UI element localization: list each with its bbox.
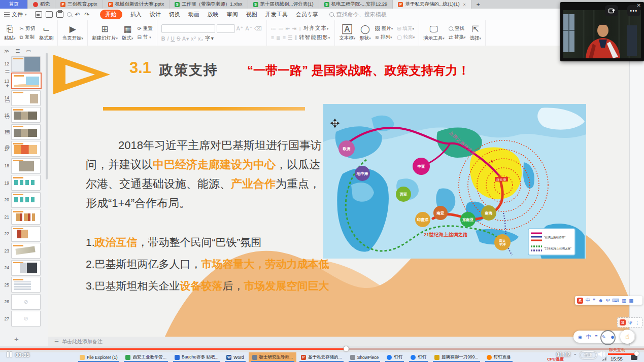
video-progress-handle[interactable]	[344, 346, 349, 351]
taskbar-item[interactable]: 钉钉直播	[483, 352, 515, 362]
video-progress-played[interactable]	[0, 348, 347, 350]
taskbar-item[interactable]: 超爽裸聊一刀999...	[431, 352, 482, 362]
decrease-font-icon[interactable]: A⁻	[245, 25, 253, 31]
playback-speed-button[interactable]: 倍速	[580, 351, 597, 359]
align-center-icon[interactable]: ≣	[276, 34, 281, 41]
system-clock[interactable]: 15:55	[611, 356, 623, 361]
slide-thumbnail[interactable]: 21	[1, 209, 48, 225]
thumbnail-preview[interactable]	[11, 243, 41, 259]
align-right-icon[interactable]: ≡	[283, 34, 286, 41]
strike-button[interactable]: S	[177, 35, 181, 42]
italic-button[interactable]: I	[167, 35, 169, 42]
thumbnail-preview[interactable]	[11, 124, 41, 140]
justify-icon[interactable]: ☰	[288, 34, 293, 41]
save-icon[interactable]	[35, 11, 42, 18]
clear-format-icon[interactable]: ⌫	[254, 25, 262, 31]
toolbox-icon[interactable]: ▦	[629, 298, 633, 303]
document-tab[interactable]: 稻壳	[28, 0, 55, 9]
animation-pane-icon[interactable]: ▭	[0, 98, 15, 104]
font-size-select[interactable]	[217, 24, 235, 33]
highlight-button[interactable]: 字▾	[205, 35, 214, 42]
tune-icon[interactable]: ⚌	[0, 67, 15, 74]
globe-icon[interactable]: ◍	[0, 143, 15, 150]
slide-thumbnail[interactable]: 26⊘	[1, 294, 48, 309]
thumbnail-preview[interactable]	[11, 277, 41, 293]
thumbnail-preview[interactable]	[11, 73, 42, 89]
thumbnail-preview[interactable]	[11, 209, 41, 225]
taskbar-item[interactable]: 钉钉	[407, 352, 430, 362]
thumbnail-preview[interactable]	[11, 192, 41, 208]
increase-font-icon[interactable]: A⁺	[236, 25, 244, 31]
mic-icon[interactable]: Ψ	[628, 320, 632, 325]
output-icon[interactable]	[46, 11, 53, 18]
new-tab-button[interactable]: +	[471, 0, 485, 9]
cut-button[interactable]: ✂剪切	[20, 25, 35, 32]
taskbar-item[interactable]: 钉钉	[383, 352, 406, 362]
select-button[interactable]: ⇱ 选择▾	[470, 25, 482, 42]
print-icon[interactable]	[56, 11, 63, 18]
font-name-select[interactable]	[161, 24, 215, 33]
taskbar-item[interactable]: ShowPiece	[347, 352, 383, 362]
picture-button[interactable]: 图片▾	[382, 25, 393, 32]
outline-view-icon[interactable]: ☰	[15, 48, 20, 54]
document-tab[interactable]: P三创教育.pptx	[55, 0, 103, 9]
taskbar-item[interactable]: File Explorer (1)	[76, 352, 121, 362]
document-tab[interactable]: S机电工程学院-...安排12.29	[319, 0, 393, 9]
present-tools-button[interactable]: 🖵 演示工具▾	[423, 25, 445, 42]
notes-bar[interactable]: ☰ 单击此处添加备注	[48, 337, 629, 346]
thumbnail-preview[interactable]: ⊘	[11, 294, 41, 310]
smartart-button[interactable]: 转智能图形▾	[299, 34, 330, 41]
underline-button[interactable]: U	[171, 35, 175, 42]
paste-button[interactable]: ⎗ 粘贴▾	[4, 25, 16, 42]
slide-thumbnail[interactable]: 27⊘	[1, 311, 48, 327]
taskbar-item[interactable]: Bauche赛事 贴吧...	[171, 352, 222, 362]
sogou-voice-mini-bar[interactable]: S Ψ ⋮	[617, 317, 642, 328]
undo-icon[interactable]: ↶	[75, 11, 81, 18]
thumbnail-preview[interactable]	[11, 260, 41, 276]
ribbon-tab-开发工具[interactable]: 开发工具	[265, 11, 288, 18]
font-color-button[interactable]: A▾	[182, 35, 189, 42]
format-painter-button[interactable]: ⌙ 格式刷	[39, 25, 54, 42]
section-button[interactable]: ⊟节▾	[137, 34, 152, 41]
document-tab[interactable]: P基于私云存储的...统(1)(1)×	[393, 0, 471, 9]
sogou-ime-toolbar[interactable]: S 中 ❞ ☻ Ψ ⌨ ▥ ▦	[575, 296, 642, 305]
collapse-panel-icon[interactable]: ≫	[4, 48, 9, 54]
align-text-button[interactable]: 对齐文本▾	[303, 25, 329, 32]
video-call-window[interactable]: ••• ✕	[560, 2, 644, 61]
punctuation-icon[interactable]: ❞	[595, 334, 598, 340]
like-button[interactable]: ☝	[620, 330, 634, 344]
bold-button[interactable]: B	[161, 35, 166, 42]
tray-chevron-icon[interactable]: ⌃	[573, 353, 577, 358]
pinyin-mode-icon[interactable]: 中	[586, 334, 591, 340]
thumbnail-preview[interactable]	[11, 158, 41, 174]
superscript-button[interactable]: x²	[191, 35, 196, 42]
ribbon-tab-动画[interactable]: 动画	[188, 11, 199, 18]
document-tab[interactable]: S工作簿（带指导老师）1.xlsx	[170, 0, 248, 9]
slide-thumbnail[interactable]: 20	[1, 192, 48, 207]
material-box-icon[interactable]: ▤	[0, 128, 15, 135]
thumbnail-preview[interactable]	[11, 226, 41, 242]
new-slide-button[interactable]: ⊞ 新建幻灯片▾	[92, 25, 118, 42]
taskbar-item[interactable]: 西安工业教学管...	[122, 352, 170, 362]
thumbnail-preview[interactable]	[11, 141, 41, 157]
slide-view-icon[interactable]: ▭	[26, 48, 30, 54]
thumbnail-preview[interactable]	[11, 175, 41, 191]
ribbon-tab-插入[interactable]: 插入	[130, 11, 142, 18]
add-slide-button[interactable]: +	[14, 335, 19, 343]
line-spacing-icon[interactable]: ↕	[298, 25, 301, 31]
slide-thumbnail[interactable]: 24	[1, 260, 48, 275]
beautify-icon[interactable]: ✦	[0, 83, 15, 89]
layout-button[interactable]: ▦ 版式▾	[122, 25, 133, 42]
pause-button[interactable]	[7, 352, 12, 357]
play-from-current-button[interactable]: ▶ 当页开始▾	[62, 25, 83, 42]
slide-thumbnail[interactable]: 19	[1, 175, 48, 191]
ribbon-tab-切换[interactable]: 切换	[169, 11, 180, 18]
slide-thumbnail[interactable]: 22	[1, 226, 48, 241]
thumbnail-preview[interactable]	[11, 56, 41, 72]
reset-button[interactable]: ⟳重置	[137, 25, 152, 32]
find-button[interactable]: 查找	[455, 25, 464, 32]
document-tab[interactable]: S第十届机械创...评分表(1)	[248, 0, 319, 9]
arrange-button[interactable]: 排列▾	[381, 34, 392, 41]
volume-icon[interactable]	[598, 351, 605, 357]
bullets-icon[interactable]: ≔	[271, 25, 277, 31]
